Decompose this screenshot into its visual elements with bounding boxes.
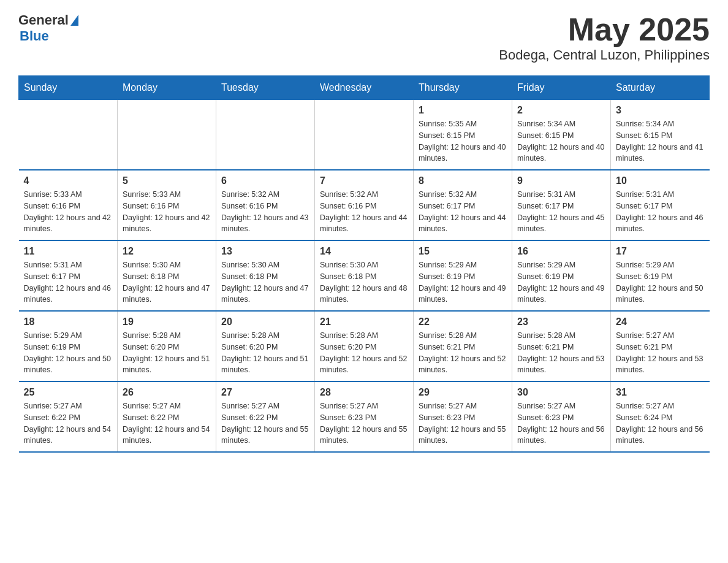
day-info: Sunrise: 5:30 AM Sunset: 6:18 PM Dayligh… xyxy=(320,259,408,305)
header-thursday: Thursday xyxy=(414,76,512,100)
day-number: 28 xyxy=(320,387,408,398)
day-number: 17 xyxy=(616,246,705,257)
day-info: Sunrise: 5:29 AM Sunset: 6:19 PM Dayligh… xyxy=(616,259,705,305)
day-info: Sunrise: 5:30 AM Sunset: 6:18 PM Dayligh… xyxy=(123,259,211,305)
logo-general-text: General xyxy=(18,12,69,28)
calendar-cell: 6Sunrise: 5:32 AM Sunset: 6:16 PM Daylig… xyxy=(216,170,315,240)
calendar-cell: 27Sunrise: 5:27 AM Sunset: 6:22 PM Dayli… xyxy=(216,381,315,452)
day-info: Sunrise: 5:27 AM Sunset: 6:24 PM Dayligh… xyxy=(616,400,705,446)
calendar-cell: 9Sunrise: 5:31 AM Sunset: 6:17 PM Daylig… xyxy=(512,170,611,240)
day-number: 4 xyxy=(24,175,113,186)
calendar-cell: 18Sunrise: 5:29 AM Sunset: 6:19 PM Dayli… xyxy=(19,311,118,381)
day-info: Sunrise: 5:32 AM Sunset: 6:16 PM Dayligh… xyxy=(320,189,408,235)
day-info: Sunrise: 5:28 AM Sunset: 6:20 PM Dayligh… xyxy=(221,330,309,376)
day-info: Sunrise: 5:32 AM Sunset: 6:16 PM Dayligh… xyxy=(221,189,309,235)
calendar-cell: 10Sunrise: 5:31 AM Sunset: 6:17 PM Dayli… xyxy=(611,170,710,240)
day-info: Sunrise: 5:33 AM Sunset: 6:16 PM Dayligh… xyxy=(24,189,113,235)
day-info: Sunrise: 5:35 AM Sunset: 6:15 PM Dayligh… xyxy=(419,118,507,164)
day-info: Sunrise: 5:31 AM Sunset: 6:17 PM Dayligh… xyxy=(24,259,113,305)
day-info: Sunrise: 5:28 AM Sunset: 6:20 PM Dayligh… xyxy=(320,330,408,376)
calendar-cell: 5Sunrise: 5:33 AM Sunset: 6:16 PM Daylig… xyxy=(118,170,216,240)
calendar-cell: 20Sunrise: 5:28 AM Sunset: 6:20 PM Dayli… xyxy=(216,311,315,381)
header-wednesday: Wednesday xyxy=(315,76,414,100)
day-number: 19 xyxy=(123,316,211,327)
calendar-cell xyxy=(216,100,315,170)
calendar-cell: 24Sunrise: 5:27 AM Sunset: 6:21 PM Dayli… xyxy=(611,311,710,381)
calendar-cell xyxy=(118,100,216,170)
calendar-subtitle: Bodega, Central Luzon, Philippines xyxy=(499,47,710,63)
title-block: May 2025 Bodega, Central Luzon, Philippi… xyxy=(499,12,710,63)
page-header: General Blue May 2025 Bodega, Central Lu… xyxy=(18,12,710,63)
calendar-header-row: SundayMondayTuesdayWednesdayThursdayFrid… xyxy=(19,76,710,100)
day-info: Sunrise: 5:27 AM Sunset: 6:23 PM Dayligh… xyxy=(320,400,408,446)
day-info: Sunrise: 5:27 AM Sunset: 6:22 PM Dayligh… xyxy=(24,400,113,446)
day-info: Sunrise: 5:27 AM Sunset: 6:22 PM Dayligh… xyxy=(123,400,211,446)
day-number: 6 xyxy=(221,175,309,186)
day-info: Sunrise: 5:28 AM Sunset: 6:20 PM Dayligh… xyxy=(123,330,211,376)
calendar-cell: 28Sunrise: 5:27 AM Sunset: 6:23 PM Dayli… xyxy=(315,381,414,452)
calendar-cell: 2Sunrise: 5:34 AM Sunset: 6:15 PM Daylig… xyxy=(512,100,611,170)
calendar-cell: 12Sunrise: 5:30 AM Sunset: 6:18 PM Dayli… xyxy=(118,240,216,311)
day-info: Sunrise: 5:34 AM Sunset: 6:15 PM Dayligh… xyxy=(517,118,605,164)
day-info: Sunrise: 5:27 AM Sunset: 6:22 PM Dayligh… xyxy=(221,400,309,446)
calendar-cell: 30Sunrise: 5:27 AM Sunset: 6:23 PM Dayli… xyxy=(512,381,611,452)
calendar-cell xyxy=(19,100,118,170)
day-number: 2 xyxy=(517,105,605,116)
day-number: 25 xyxy=(24,387,113,398)
calendar-title: May 2025 xyxy=(499,12,710,47)
calendar-cell: 3Sunrise: 5:34 AM Sunset: 6:15 PM Daylig… xyxy=(611,100,710,170)
day-number: 30 xyxy=(517,387,605,398)
day-number: 22 xyxy=(419,316,507,327)
day-number: 21 xyxy=(320,316,408,327)
header-friday: Friday xyxy=(512,76,611,100)
day-number: 31 xyxy=(616,387,705,398)
calendar-cell xyxy=(315,100,414,170)
day-info: Sunrise: 5:29 AM Sunset: 6:19 PM Dayligh… xyxy=(24,330,113,376)
calendar-cell: 19Sunrise: 5:28 AM Sunset: 6:20 PM Dayli… xyxy=(118,311,216,381)
day-info: Sunrise: 5:28 AM Sunset: 6:21 PM Dayligh… xyxy=(419,330,507,376)
day-number: 18 xyxy=(24,316,113,327)
calendar-cell: 17Sunrise: 5:29 AM Sunset: 6:19 PM Dayli… xyxy=(611,240,710,311)
day-info: Sunrise: 5:34 AM Sunset: 6:15 PM Dayligh… xyxy=(616,118,705,164)
calendar-cell: 7Sunrise: 5:32 AM Sunset: 6:16 PM Daylig… xyxy=(315,170,414,240)
calendar-cell: 16Sunrise: 5:29 AM Sunset: 6:19 PM Dayli… xyxy=(512,240,611,311)
day-info: Sunrise: 5:31 AM Sunset: 6:17 PM Dayligh… xyxy=(517,189,605,235)
header-monday: Monday xyxy=(118,76,216,100)
calendar-week-row: 4Sunrise: 5:33 AM Sunset: 6:16 PM Daylig… xyxy=(19,170,710,240)
calendar-week-row: 18Sunrise: 5:29 AM Sunset: 6:19 PM Dayli… xyxy=(19,311,710,381)
calendar-cell: 26Sunrise: 5:27 AM Sunset: 6:22 PM Dayli… xyxy=(118,381,216,452)
calendar-table: SundayMondayTuesdayWednesdayThursdayFrid… xyxy=(18,75,710,453)
day-number: 15 xyxy=(419,246,507,257)
calendar-cell: 23Sunrise: 5:28 AM Sunset: 6:21 PM Dayli… xyxy=(512,311,611,381)
day-number: 1 xyxy=(419,105,507,116)
header-saturday: Saturday xyxy=(611,76,710,100)
calendar-cell: 1Sunrise: 5:35 AM Sunset: 6:15 PM Daylig… xyxy=(414,100,512,170)
header-sunday: Sunday xyxy=(19,76,118,100)
logo-blue-text: Blue xyxy=(20,28,49,44)
day-number: 24 xyxy=(616,316,705,327)
day-number: 9 xyxy=(517,175,605,186)
day-info: Sunrise: 5:27 AM Sunset: 6:21 PM Dayligh… xyxy=(616,330,705,376)
day-info: Sunrise: 5:29 AM Sunset: 6:19 PM Dayligh… xyxy=(517,259,605,305)
day-info: Sunrise: 5:30 AM Sunset: 6:18 PM Dayligh… xyxy=(221,259,309,305)
day-info: Sunrise: 5:32 AM Sunset: 6:17 PM Dayligh… xyxy=(419,189,507,235)
calendar-week-row: 25Sunrise: 5:27 AM Sunset: 6:22 PM Dayli… xyxy=(19,381,710,452)
calendar-cell: 29Sunrise: 5:27 AM Sunset: 6:23 PM Dayli… xyxy=(414,381,512,452)
day-number: 12 xyxy=(123,246,211,257)
calendar-cell: 31Sunrise: 5:27 AM Sunset: 6:24 PM Dayli… xyxy=(611,381,710,452)
day-info: Sunrise: 5:27 AM Sunset: 6:23 PM Dayligh… xyxy=(419,400,507,446)
day-number: 7 xyxy=(320,175,408,186)
day-info: Sunrise: 5:31 AM Sunset: 6:17 PM Dayligh… xyxy=(616,189,705,235)
calendar-cell: 14Sunrise: 5:30 AM Sunset: 6:18 PM Dayli… xyxy=(315,240,414,311)
calendar-cell: 22Sunrise: 5:28 AM Sunset: 6:21 PM Dayli… xyxy=(414,311,512,381)
day-info: Sunrise: 5:28 AM Sunset: 6:21 PM Dayligh… xyxy=(517,330,605,376)
day-number: 14 xyxy=(320,246,408,257)
day-number: 8 xyxy=(419,175,507,186)
day-number: 29 xyxy=(419,387,507,398)
day-number: 10 xyxy=(616,175,705,186)
calendar-cell: 8Sunrise: 5:32 AM Sunset: 6:17 PM Daylig… xyxy=(414,170,512,240)
day-number: 27 xyxy=(221,387,309,398)
calendar-cell: 21Sunrise: 5:28 AM Sunset: 6:20 PM Dayli… xyxy=(315,311,414,381)
calendar-cell: 4Sunrise: 5:33 AM Sunset: 6:16 PM Daylig… xyxy=(19,170,118,240)
calendar-cell: 11Sunrise: 5:31 AM Sunset: 6:17 PM Dayli… xyxy=(19,240,118,311)
